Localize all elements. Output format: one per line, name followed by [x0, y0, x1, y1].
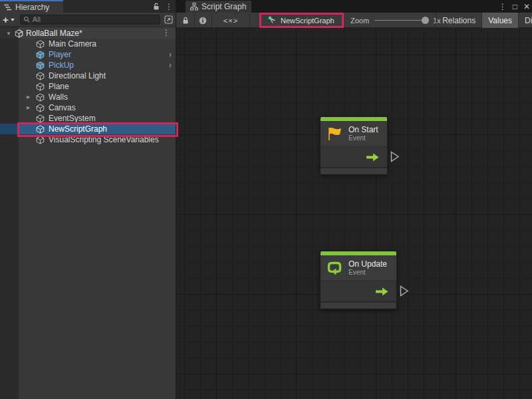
code-view-label: <×> — [223, 17, 238, 25]
close-icon[interactable]: ✕ — [523, 3, 530, 11]
unlock-icon[interactable] — [153, 3, 160, 11]
breadcrumb-label: NewScriptGraph — [281, 17, 334, 25]
zoom-slider[interactable] — [374, 20, 428, 21]
hierarchy-item-plane[interactable]: Plane — [0, 81, 176, 92]
unity-scene-icon — [15, 29, 23, 38]
maximize-icon[interactable]: □ — [513, 3, 517, 11]
hierarchy-item-pickup[interactable]: PickUp › — [0, 60, 176, 70]
scene-header[interactable]: ▼ RollaBall Maze* ⋮ — [0, 28, 176, 39]
gameobject-cube-icon — [36, 136, 45, 144]
zoom-slider-handle[interactable] — [422, 17, 429, 24]
script-graph-panel: Script Graph ⋮ □ ✕ — [176, 0, 532, 399]
hierarchy-item-main-camera[interactable]: Main Camera — [0, 39, 176, 49]
flow-arrow-icon[interactable] — [366, 153, 379, 162]
code-view-toggle[interactable]: <×> — [217, 13, 244, 28]
hierarchy-item-newscriptgraph[interactable]: NewScriptGraph — [0, 124, 176, 134]
gameobject-cube-icon — [36, 93, 45, 102]
hierarchy-item-walls[interactable]: ▶ Walls — [0, 92, 176, 102]
disclosure-open-icon[interactable]: ▼ — [5, 31, 12, 37]
tab-hierarchy[interactable]: Hierarchy — [0, 0, 63, 13]
node-on-update[interactable]: On Update Event — [320, 251, 397, 309]
lock-icon — [182, 17, 189, 25]
hierarchy-item-eventsystem[interactable]: EventSystem — [0, 113, 176, 124]
prefab-cube-icon — [36, 61, 45, 70]
search-placeholder: All — [33, 15, 41, 23]
plus-icon: + — [3, 15, 9, 25]
zoom-control: Zoom 1x — [350, 13, 441, 28]
hierarchy-item-canvas[interactable]: ▶ Canvas — [0, 102, 176, 113]
prefab-chevron-icon[interactable]: › — [169, 49, 172, 60]
tab-script-graph[interactable]: Script Graph — [186, 1, 251, 13]
hierarchy-icon — [4, 3, 12, 11]
node-title: On Start — [348, 125, 378, 134]
node-footer — [321, 167, 387, 174]
output-port-icon[interactable] — [400, 285, 409, 297]
tab-hierarchy-label: Hierarchy — [15, 3, 49, 12]
hierarchy-toolbar: + All — [0, 13, 176, 27]
unity-editor: Hierarchy ⋮ + All — [0, 0, 532, 399]
breadcrumb[interactable]: NewScriptGraph — [263, 13, 340, 28]
hierarchy-tree: ▼ RollaBall Maze* ⋮ Main Camera — [0, 27, 176, 399]
kebab-icon[interactable]: ⋮ — [499, 3, 507, 11]
node-title: On Update — [348, 259, 387, 269]
prefab-chevron-icon[interactable]: › — [169, 60, 172, 70]
zoom-label: Zoom — [350, 17, 369, 25]
dim-toggle[interactable]: Dim — [518, 13, 532, 28]
output-port-icon[interactable] — [390, 151, 400, 162]
gameobject-cube-icon — [36, 104, 45, 112]
flag-icon — [326, 126, 343, 142]
hierarchy-rows: Main Camera Player › PickUp › — [0, 39, 176, 145]
hierarchy-search-input[interactable]: All — [20, 15, 160, 25]
open-window-icon — [164, 15, 173, 24]
hierarchy-tab-strip: Hierarchy ⋮ — [0, 0, 176, 13]
lock-button[interactable] — [178, 13, 194, 28]
kebab-icon[interactable]: ⋮ — [165, 3, 173, 11]
values-toggle[interactable]: Values — [481, 13, 518, 28]
hierarchy-item-player[interactable]: Player › — [0, 49, 176, 60]
node-on-start[interactable]: On Start Event — [320, 116, 388, 175]
node-port-row — [321, 146, 387, 167]
flow-arrow-icon[interactable] — [376, 287, 388, 296]
scene-picking-button[interactable] — [164, 15, 173, 24]
node-footer — [321, 301, 396, 309]
hierarchy-panel: Hierarchy ⋮ + All — [0, 0, 176, 399]
gameobject-cube-icon — [36, 40, 45, 49]
hierarchy-item-directional-light[interactable]: Directional Light — [0, 70, 176, 81]
script-graph-toolbar: <×> NewScriptGraph Zoom 1x Relations Va — [176, 13, 532, 28]
gameobject-cube-icon — [36, 125, 45, 134]
prefab-cube-icon — [36, 51, 45, 59]
relations-toggle[interactable]: Relations — [436, 13, 481, 28]
hierarchy-item-visualscripting-scenevariables[interactable]: VisualScripting SceneVariables — [0, 134, 176, 145]
expand-arrow-icon[interactable]: ▶ — [27, 105, 36, 110]
loop-icon — [326, 260, 343, 276]
caret-down-icon — [11, 19, 15, 21]
node-subtitle: Event — [348, 134, 378, 142]
node-port-row — [321, 281, 396, 301]
script-graph-asset-icon — [268, 16, 277, 25]
gameobject-cube-icon — [36, 72, 45, 80]
node-subtitle: Event — [348, 269, 387, 277]
info-icon — [199, 17, 207, 25]
expand-arrow-icon[interactable]: ▶ — [27, 94, 36, 100]
script-graph-tab-strip: Script Graph ⋮ □ ✕ — [176, 0, 532, 13]
kebab-icon[interactable]: ⋮ — [162, 29, 170, 37]
tab-script-graph-label: Script Graph — [201, 2, 246, 11]
gameobject-cube-icon — [36, 114, 45, 123]
search-icon — [23, 16, 31, 23]
create-object-button[interactable]: + — [3, 15, 15, 25]
scene-name: RollaBall Maze* — [26, 29, 82, 38]
info-button[interactable] — [195, 13, 211, 28]
graph-icon — [190, 3, 198, 11]
gameobject-cube-icon — [36, 82, 45, 91]
graph-canvas[interactable] — [176, 28, 532, 399]
